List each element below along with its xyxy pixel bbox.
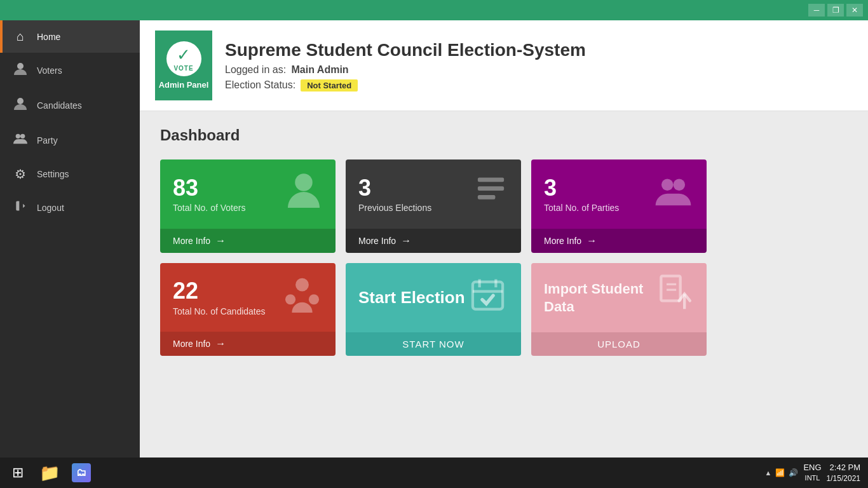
- parties-count: 3: [544, 175, 619, 201]
- start-election-icon: [467, 275, 508, 321]
- voters-more-info-label: More Info: [173, 236, 210, 246]
- start-button[interactable]: ⊞: [3, 460, 33, 485]
- lang-sub: INTL: [803, 473, 821, 482]
- parties-card-icon: [653, 172, 694, 217]
- sidebar-item-party-label: Party: [37, 135, 58, 146]
- voters-card-body: 83 Total No. of Voters: [160, 159, 336, 229]
- sidebar-item-settings-label: Settings: [37, 169, 69, 179]
- voters-card-text: 83 Total No. of Voters: [173, 175, 245, 214]
- taskbar-second-app[interactable]: 🗂: [66, 460, 97, 485]
- upload-button[interactable]: UPLOAD: [531, 332, 707, 356]
- header: ✓ VOTE Admin Panel Supreme Student Counc…: [140, 20, 868, 111]
- svg-point-11: [285, 294, 295, 304]
- start-now-button[interactable]: START NOW: [346, 332, 521, 356]
- voters-card-icon: [285, 170, 323, 219]
- sidebar-item-logout[interactable]: Logout: [0, 191, 140, 224]
- elections-card-body: 3 Previous Elections: [346, 159, 521, 229]
- upload-label: UPLOAD: [597, 339, 641, 349]
- candidates-arrow-icon: →: [215, 338, 226, 349]
- svg-rect-6: [478, 186, 504, 191]
- clock-time: 2:42 PM: [827, 462, 860, 473]
- expand-tray-icon[interactable]: ▲: [765, 469, 772, 477]
- election-status: Election Status: Not Started: [225, 79, 586, 92]
- start-election-card: Start Election: [346, 263, 521, 356]
- taskbar-system-icons: ▲ 📶 🔊: [765, 468, 799, 477]
- candidates-card-body: 22 Total No. of Candidates: [160, 263, 336, 332]
- candidates-icon: [13, 97, 28, 114]
- parties-card-text: 3 Total No. of Parties: [544, 175, 619, 214]
- volume-icon: 🔊: [789, 468, 798, 477]
- title-bar: ─ ❐ ✕: [0, 0, 868, 20]
- start-election-text: Start Election: [358, 288, 465, 308]
- sidebar-item-candidates-label: Candidates: [37, 100, 82, 111]
- svg-point-12: [309, 294, 319, 304]
- logo-inner: ✓ VOTE: [173, 45, 193, 72]
- sidebar-item-party[interactable]: Party: [0, 123, 140, 158]
- start-election-card-body: Start Election: [346, 263, 521, 332]
- voters-icon: [13, 62, 28, 79]
- parties-more-info-button[interactable]: More Info →: [531, 229, 707, 253]
- voters-count: 83: [173, 175, 245, 201]
- candidates-more-info-button[interactable]: More Info →: [160, 332, 336, 356]
- sidebar-item-settings[interactable]: ⚙ Settings: [0, 158, 140, 191]
- sidebar: ⌂ Home Voters Candidates Party: [0, 20, 140, 458]
- logged-in-user: Main Admin: [292, 64, 349, 75]
- candidates-card: 22 Total No. of Candidates: [160, 263, 336, 356]
- import-data-title: Import Student Data: [544, 280, 656, 315]
- elections-label: Previous Elections: [358, 203, 431, 213]
- svg-rect-5: [478, 177, 504, 182]
- taskbar-folder-app[interactable]: 📁: [34, 460, 65, 485]
- taskbar-clock[interactable]: 2:42 PM 1/15/2021: [827, 462, 860, 484]
- vote-checkmark-icon: ✓: [177, 45, 191, 65]
- sidebar-item-logout-label: Logout: [37, 203, 64, 213]
- svg-rect-17: [661, 276, 680, 301]
- parties-card: 3 Total No. of Parties More Info →: [531, 159, 707, 253]
- voters-card: 83 Total No. of Voters More Info →: [160, 159, 336, 253]
- home-icon: ⌂: [13, 29, 28, 44]
- candidates-card-icon: [281, 274, 323, 320]
- elections-card-icon: [473, 172, 508, 217]
- sidebar-item-home-label: Home: [37, 32, 60, 42]
- sidebar-item-voters[interactable]: Voters: [0, 53, 140, 88]
- svg-point-0: [17, 63, 24, 69]
- header-info: Supreme Student Council Election-System …: [225, 40, 586, 92]
- taskbar-language: ENG INTL: [803, 463, 821, 482]
- sidebar-item-voters-label: Voters: [37, 65, 62, 76]
- voters-label: Total No. of Voters: [173, 203, 245, 213]
- logo-box: ✓ VOTE Admin Panel: [155, 30, 212, 100]
- svg-point-3: [20, 134, 25, 139]
- candidates-more-info-label: More Info: [173, 339, 210, 349]
- folder-icon: 📁: [39, 463, 60, 483]
- voters-more-info-button[interactable]: More Info →: [160, 229, 336, 253]
- minimize-button[interactable]: ─: [808, 4, 825, 17]
- window-controls: ─ ❐ ✕: [808, 4, 863, 17]
- svg-point-1: [17, 98, 24, 104]
- svg-rect-13: [473, 281, 503, 309]
- start-now-label: START NOW: [402, 339, 464, 349]
- sidebar-item-candidates[interactable]: Candidates: [0, 88, 140, 123]
- main-content: ✓ VOTE Admin Panel Supreme Student Counc…: [140, 20, 868, 458]
- close-button[interactable]: ✕: [846, 4, 863, 17]
- elections-card: 3 Previous Elections More Info →: [346, 159, 521, 253]
- parties-card-body: 3 Total No. of Parties: [531, 159, 707, 229]
- elections-count: 3: [358, 175, 431, 201]
- svg-point-4: [295, 173, 313, 191]
- logo-circle: ✓ VOTE: [166, 41, 201, 76]
- import-data-icon: [656, 273, 694, 322]
- svg-point-2: [16, 134, 20, 139]
- taskbar-right: ▲ 📶 🔊 ENG INTL 2:42 PM 1/15/2021: [765, 462, 865, 484]
- svg-point-10: [295, 278, 309, 292]
- parties-arrow-icon: →: [587, 235, 597, 247]
- second-app-icon: 🗂: [71, 463, 92, 483]
- sidebar-item-home[interactable]: ⌂ Home: [0, 20, 140, 53]
- logout-icon: [13, 200, 28, 215]
- maximize-button[interactable]: ❐: [827, 4, 844, 17]
- svg-point-8: [661, 179, 674, 191]
- app-title: Supreme Student Council Election-System: [225, 40, 586, 60]
- import-data-card: Import Student Data: [531, 263, 707, 356]
- parties-label: Total No. of Parties: [544, 203, 619, 213]
- settings-icon: ⚙: [13, 166, 28, 182]
- logged-in-info: Logged in as: Main Admin: [225, 64, 586, 76]
- voters-arrow-icon: →: [215, 235, 226, 247]
- elections-more-info-button[interactable]: More Info →: [346, 229, 521, 253]
